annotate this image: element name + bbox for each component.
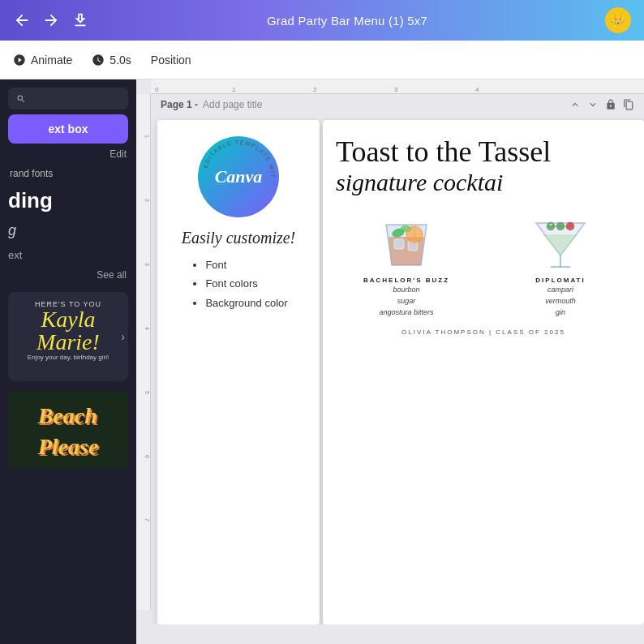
back-icon[interactable] [13, 11, 31, 29]
page-controls [569, 99, 634, 110]
chevron-down-icon[interactable] [587, 99, 599, 110]
design-subtitle: signature cocktai [336, 169, 631, 195]
upload-icon[interactable] [71, 11, 89, 29]
arc-text-svg: EDITABLE TEMPLATE WITH [198, 136, 279, 217]
list-item-colors: Font colors [205, 274, 287, 293]
search-box [8, 88, 128, 109]
font-subtext-preview[interactable]: g [0, 217, 136, 244]
svg-point-17 [566, 222, 574, 230]
ruler-left: 1 2 3 4 5 6 7 [136, 94, 151, 610]
canvas-content: Canva EDITABLE TEMPLATE WITH Easily cust… [151, 114, 644, 625]
design-title: Toast to the Tassel [336, 136, 631, 169]
heading-font-sample: ding [8, 189, 128, 213]
page-header-bar: Page 1 - Add page title [151, 94, 644, 114]
cocktail-2-ingredients: campari vermouth gin [490, 284, 631, 319]
customize-list: Font Font colors Background color [189, 255, 287, 312]
cocktail-item-1: BACHELOR'S BUZZ bourbon sugar angostura … [336, 208, 477, 319]
design-panel[interactable]: Toast to the Tassel signature cocktai [323, 120, 644, 625]
font-body-preview[interactable]: ext [0, 244, 136, 266]
cocktail-glass-1 [374, 208, 439, 273]
subtext-font-sample: g [8, 222, 128, 239]
brand-fonts-label: rand fonts [0, 165, 136, 184]
svg-rect-3 [394, 239, 404, 249]
toolbar: Animate 5.0s Position [0, 41, 644, 79]
forward-icon[interactable] [42, 11, 60, 29]
header-bar: Grad Party Bar Menu (1) 5x7 👑 [0, 0, 644, 41]
customize-text: Easily customize! [182, 229, 296, 247]
body-font-sample: ext [8, 249, 128, 261]
design-footer: OLIVIA THOMPSON | CLASS OF 2025 [336, 328, 631, 336]
add-text-button[interactable]: ext box [8, 114, 128, 144]
animate-button[interactable]: Animate [13, 54, 72, 67]
canva-logo-container: Canva EDITABLE TEMPLATE WITH [198, 136, 279, 217]
beach-please-card[interactable]: BeachPlease [8, 391, 128, 469]
cocktail-glass-2 [528, 208, 593, 273]
card-name: Kayla Marie! [16, 308, 120, 354]
list-item-bg: Background color [205, 294, 287, 312]
cocktail-item-2: DIPLOMATI campari vermouth gin [490, 208, 631, 319]
duration-button[interactable]: 5.0s [92, 54, 131, 67]
edit-label: Edit [0, 147, 136, 165]
svg-marker-13 [543, 234, 578, 255]
search-input[interactable] [31, 92, 120, 105]
see-all-button[interactable]: See all [0, 266, 136, 287]
header-nav [13, 11, 89, 29]
beach-text: BeachPlease [38, 399, 99, 461]
position-button[interactable]: Position [151, 54, 191, 67]
crown-badge: 👑 [605, 7, 631, 33]
sidebar: ext box Edit rand fonts ding g ext See a… [0, 79, 136, 644]
cocktail-2-name: DIPLOMATI [490, 277, 631, 284]
canvas-area: 0 1 2 3 4 1 2 3 4 5 6 7 Page 1 - Add pag… [136, 79, 644, 644]
cocktail-1-name: BACHELOR'S BUZZ [336, 277, 477, 284]
svg-text:EDITABLE TEMPLATE WITH: EDITABLE TEMPLATE WITH [198, 136, 276, 179]
card-arrow-icon: › [121, 330, 125, 343]
cocktail-1-ingredients: bourbon sugar angostura bitters [336, 284, 477, 319]
lock-icon[interactable] [605, 99, 616, 110]
cocktails-row: BACHELOR'S BUZZ bourbon sugar angostura … [336, 208, 631, 319]
page-label: Page 1 - [161, 99, 198, 110]
chevron-up-icon[interactable] [569, 99, 581, 110]
card-sublabel: Enjoy your day, birthday girl! [16, 354, 120, 361]
ruler-top: 0 1 2 3 4 [151, 79, 644, 94]
search-icon [16, 93, 26, 105]
list-item-font: Font [205, 255, 287, 274]
preview-panel: Canva EDITABLE TEMPLATE WITH Easily cust… [157, 120, 320, 625]
svg-point-16 [556, 222, 565, 230]
header-title: Grad Party Bar Menu (1) 5x7 [267, 14, 427, 28]
font-heading-preview[interactable]: ding [0, 184, 136, 217]
svg-point-18 [550, 223, 552, 225]
add-page-title[interactable]: Add page title [203, 99, 262, 110]
copy-icon[interactable] [623, 99, 634, 110]
page-title-area: Page 1 - Add page title [161, 99, 262, 110]
main-layout: ext box Edit rand fonts ding g ext See a… [0, 79, 644, 644]
kayla-marie-card[interactable]: HERE'S TO YOU Kayla Marie! Enjoy your da… [8, 292, 128, 381]
